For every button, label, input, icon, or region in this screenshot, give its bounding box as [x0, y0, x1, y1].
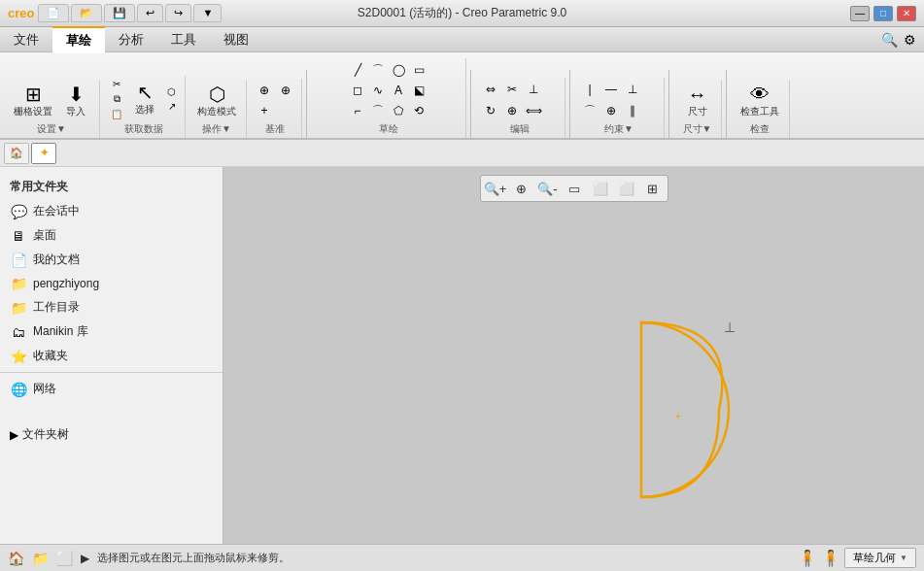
menu-analysis[interactable]: 分析 [105, 27, 157, 52]
select-button[interactable]: ↖ 选择 [127, 81, 162, 118]
dimension-group-label: 尺寸▼ [683, 122, 712, 136]
inspect-group-label: 检查 [750, 122, 770, 136]
status-figure-icon-2: 🧍 [821, 549, 840, 567]
status-geometry-dropdown[interactable]: 草绘几何 ▼ [844, 548, 916, 568]
sketch-arc-icon[interactable]: ⌒ [368, 60, 388, 80]
menu-tools[interactable]: 工具 [157, 27, 210, 52]
copy-button[interactable]: ⧉ [108, 92, 125, 106]
inspect-button[interactable]: 👁 检查工具 [736, 83, 783, 120]
import-label: 导入 [66, 105, 86, 118]
select-label: 选择 [135, 103, 154, 117]
title-tab-redo[interactable]: ↪ [165, 4, 191, 22]
constraint-coin-icon[interactable]: ∥ [623, 101, 642, 120]
title-tab-extra[interactable]: ▼ [193, 4, 222, 22]
status-screen-icon[interactable]: ⬜ [56, 551, 73, 566]
edit-divide-icon[interactable]: ⊥ [524, 80, 543, 99]
constraint-marker: ⊥ [724, 319, 736, 335]
sketch-fillet-icon[interactable]: ⌒ [368, 101, 388, 120]
workdir-icon: 📁 [10, 300, 27, 316]
sidebar-item-workdir[interactable]: 📁 工作目录 [0, 295, 222, 319]
ribbon-group-settings: ⊞ 栅格设置 ⬇ 导入 设置▼ [4, 81, 100, 138]
sep2 [470, 70, 471, 138]
import-button[interactable]: ⬇ 导入 [58, 83, 93, 120]
edit-mirror-icon[interactable]: ⇔ [481, 80, 500, 99]
help-search-icon[interactable]: 🔍 [881, 32, 898, 48]
datum-btn-2[interactable]: ⊕ [276, 81, 295, 100]
settings-icon[interactable]: ⚙ [904, 32, 916, 48]
ribbon-btns-getdata: ✂ ⧉ 📋 ↖ 选择 ⬡ ↗ [108, 78, 179, 120]
paste-button[interactable]: 📋 [108, 108, 125, 120]
edit-stretch-icon[interactable]: ⟺ [524, 101, 543, 120]
maximize-button[interactable]: □ [873, 6, 893, 21]
datum-group-label: 基准 [265, 122, 285, 136]
documents-icon: 📄 [10, 252, 27, 268]
sketch-path [641, 322, 729, 497]
sketch-spline-icon[interactable]: ∿ [368, 81, 388, 100]
extra1-button[interactable]: ↗ [164, 100, 179, 113]
minimize-button[interactable]: — [850, 6, 870, 21]
edit-group-label: 编辑 [510, 122, 530, 136]
edit-trim-icon[interactable]: ✂ [502, 80, 522, 99]
constraint-mid-icon[interactable]: ⊕ [601, 101, 621, 120]
status-geometry-label: 草绘几何 [853, 551, 896, 565]
sketch-rect-icon[interactable]: ▭ [409, 60, 428, 80]
constraint-tan-icon[interactable]: ⌒ [580, 101, 599, 120]
title-tab-save[interactable]: 💾 [104, 4, 135, 22]
sidebar-item-documents-label: 我的文档 [33, 252, 80, 268]
status-home-icon[interactable]: 🏠 [8, 551, 24, 566]
menu-file[interactable]: 文件 [0, 27, 52, 52]
dimension-button[interactable]: ↔ 尺寸 [680, 83, 715, 120]
sketch-circle-icon[interactable]: ◯ [389, 60, 408, 80]
sketch-text-icon[interactable]: A [389, 81, 408, 100]
construction-mode-button[interactable]: ⬡ [164, 85, 179, 98]
cut-button[interactable]: ✂ [108, 78, 125, 90]
ribbon-btns-settings: ⊞ 栅格设置 ⬇ 导入 [10, 83, 93, 120]
edit-scale-icon[interactable]: ⊕ [502, 101, 522, 120]
sidebar-item-favorites[interactable]: ⭐ 收藏夹 [0, 344, 222, 368]
sketch-palette-icon[interactable]: ⬠ [389, 101, 408, 120]
sidebar-folder-tree-header[interactable]: ▶ 文件夹树 [0, 420, 222, 449]
datum-btn-1[interactable]: ⊕ [255, 81, 274, 100]
edit-rotate-icon[interactable]: ↻ [481, 101, 500, 120]
constraint-v-icon[interactable]: | [580, 80, 599, 99]
sidebar-item-desktop[interactable]: 🖥 桌面 [0, 223, 222, 248]
status-figure-icon-1: 🧍 [798, 549, 817, 567]
title-tab-open[interactable]: 📂 [71, 4, 102, 22]
title-tab-new[interactable]: 📄 [38, 4, 69, 22]
sketch-conic-icon[interactable]: ◻ [348, 81, 367, 100]
getdata-group-label: 获取数据 [124, 122, 163, 136]
creo-text: creo [8, 6, 34, 20]
sketch-line-icon[interactable]: ╱ [348, 60, 367, 80]
sidebar-item-network[interactable]: 🌐 网络 [0, 377, 222, 401]
status-folder-icon[interactable]: 📁 [32, 551, 49, 566]
construction-mode-big-button[interactable]: ⬡ 构造模式 [193, 83, 240, 120]
close-button[interactable]: ✕ [897, 6, 916, 21]
grid-settings-button[interactable]: ⊞ 栅格设置 [10, 83, 56, 120]
title-tab-undo[interactable]: ↩ [137, 4, 163, 22]
datum-btn-3[interactable]: + [255, 101, 274, 120]
sidebar-item-manikin[interactable]: 🗂 Manikin 库 [0, 319, 222, 344]
menu-sketch[interactable]: 草绘 [52, 26, 105, 53]
menu-view[interactable]: 视图 [210, 27, 262, 52]
sidebar-item-pengzhiyong[interactable]: 📁 pengzhiyong [0, 272, 222, 295]
title-bar-tabs: 📄 📂 💾 ↩ ↪ ▼ [38, 4, 222, 22]
ribbon-group-dimension: ↔ 尺寸 尺寸▼ [673, 81, 722, 138]
center-cross: + [675, 411, 681, 421]
status-bar: 🏠 📁 ⬜ ▶ 选择图元或在图元上面拖动鼠标来修剪。 🧍 🧍 草绘几何 ▼ [0, 544, 924, 571]
sidebar-item-documents[interactable]: 📄 我的文档 [0, 248, 222, 272]
sep3 [569, 70, 570, 138]
ribbon-group-getdata: ✂ ⧉ 📋 ↖ 选择 ⬡ ↗ 获取数据 [102, 76, 186, 138]
constraint-perp-icon[interactable]: ⊥ [623, 80, 642, 99]
nav-home-btn[interactable]: 🏠 [4, 143, 29, 164]
sketch-extra-icon[interactable]: ⟲ [409, 101, 428, 120]
nav-star-btn[interactable]: ✦ [31, 143, 56, 164]
title-bar: creo 📄 📂 💾 ↩ ↪ ▼ S2D0001 (活动的) - Creo Pa… [0, 0, 924, 27]
sketch-offset-icon[interactable]: ⬕ [409, 81, 428, 100]
sidebar-item-session[interactable]: 💬 在会话中 [0, 199, 222, 223]
canvas-area: 🔍+ ⊕ 🔍- ▭ ⬜ ⬜ ⊞ ⊥ + [223, 167, 924, 544]
sketch-arc [641, 322, 722, 497]
constraint-h-icon[interactable]: — [601, 80, 621, 99]
dimension-icon: ↔ [688, 84, 707, 104]
ribbon-group-datum: ⊕ ⊕ + 基准 [249, 79, 302, 138]
sketch-chamfer-icon[interactable]: ⌐ [348, 101, 367, 120]
